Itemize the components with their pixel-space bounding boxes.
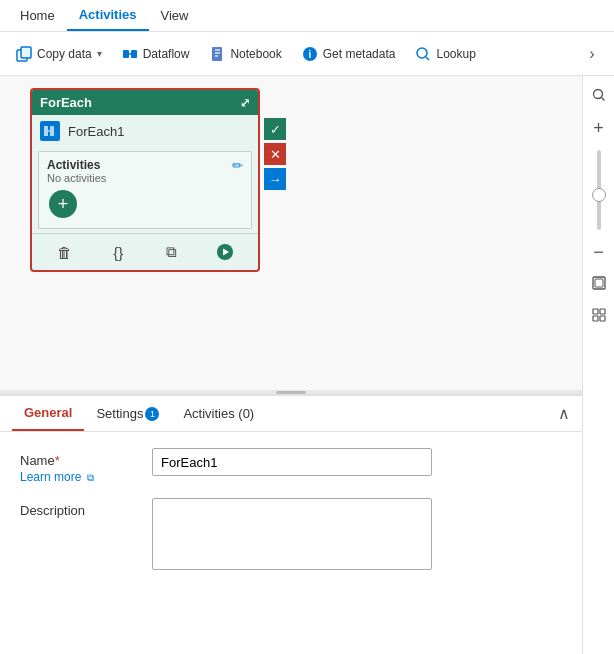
tab-settings-label: Settings bbox=[96, 406, 143, 421]
zoom-out-button[interactable]: − bbox=[585, 238, 613, 266]
nav-item-activities[interactable]: Activities bbox=[67, 0, 149, 31]
foreach-header-icons: ⤢ bbox=[240, 96, 250, 110]
canvas: ForEach ⤢ ForEach1 bbox=[0, 76, 582, 390]
main-area: ForEach ⤢ ForEach1 bbox=[0, 76, 614, 654]
side-arrow-button[interactable]: → bbox=[264, 168, 286, 190]
copy-data-label: Copy data bbox=[37, 47, 92, 61]
grid-icon bbox=[592, 308, 606, 325]
copy-data-button[interactable]: Copy data ▾ bbox=[8, 42, 110, 66]
name-input[interactable] bbox=[152, 448, 432, 476]
svg-point-11 bbox=[417, 48, 427, 58]
name-label: Name* Learn more ⧉ bbox=[20, 448, 140, 484]
search-canvas-button[interactable] bbox=[585, 82, 613, 110]
foreach-node-row: ForEach1 bbox=[32, 115, 258, 147]
activities-label: Activities bbox=[47, 158, 243, 172]
svg-text:i: i bbox=[308, 49, 311, 60]
svg-rect-1 bbox=[21, 47, 31, 58]
svg-rect-13 bbox=[44, 126, 48, 136]
svg-rect-3 bbox=[131, 50, 137, 58]
svg-line-12 bbox=[426, 57, 429, 60]
foreach-title: ForEach bbox=[40, 95, 92, 110]
notebook-label: Notebook bbox=[230, 47, 281, 61]
svg-line-19 bbox=[601, 97, 604, 100]
fit-icon bbox=[592, 276, 606, 293]
tab-activities[interactable]: Activities (0) bbox=[171, 396, 266, 431]
tab-general[interactable]: General bbox=[12, 396, 84, 431]
copy-icon bbox=[16, 46, 32, 62]
zoom-in-button[interactable]: + bbox=[585, 114, 613, 142]
svg-point-18 bbox=[593, 89, 602, 98]
search-icon bbox=[592, 88, 606, 105]
required-asterisk: * bbox=[55, 453, 60, 468]
notebook-button[interactable]: Notebook bbox=[201, 42, 289, 66]
activities-sublabel: No activities bbox=[47, 172, 243, 184]
tab-activities-label: Activities (0) bbox=[183, 406, 254, 421]
lookup-button[interactable]: Lookup bbox=[407, 42, 483, 66]
lookup-label: Lookup bbox=[436, 47, 475, 61]
zoom-handle[interactable] bbox=[592, 188, 606, 202]
external-link-icon: ⧉ bbox=[87, 472, 94, 483]
copy-button[interactable]: ⧉ bbox=[158, 238, 186, 266]
learn-more-link[interactable]: Learn more ⧉ bbox=[20, 470, 140, 484]
minus-icon: − bbox=[593, 242, 604, 263]
fit-view-button[interactable] bbox=[585, 270, 613, 298]
get-metadata-button[interactable]: i Get metadata bbox=[294, 42, 404, 66]
foreach-header: ForEach ⤢ bbox=[32, 90, 258, 115]
side-close-button[interactable]: ✕ bbox=[264, 143, 286, 165]
side-check-button[interactable]: ✓ bbox=[264, 118, 286, 140]
tab-settings[interactable]: Settings 1 bbox=[84, 396, 171, 431]
svg-rect-21 bbox=[595, 279, 603, 287]
zoom-slider[interactable] bbox=[597, 150, 601, 230]
nav-item-view[interactable]: View bbox=[149, 0, 201, 31]
svg-rect-24 bbox=[593, 316, 598, 321]
settings-badge: 1 bbox=[145, 407, 159, 421]
foreach-action-bar: 🗑 {} ⧉ bbox=[32, 233, 258, 270]
notebook-icon bbox=[209, 46, 225, 62]
svg-rect-2 bbox=[123, 50, 129, 58]
svg-rect-22 bbox=[593, 309, 598, 314]
info-icon: i bbox=[302, 46, 318, 62]
foreach-card: ForEach ⤢ ForEach1 bbox=[30, 88, 260, 272]
nav-bar: Home Activities View bbox=[0, 0, 614, 32]
dataflow-button[interactable]: Dataflow bbox=[114, 42, 198, 66]
panel-tabs: General Settings 1 Activities (0) ∧ bbox=[0, 396, 582, 432]
side-action-buttons: ✓ ✕ → bbox=[264, 118, 286, 190]
name-form-row: Name* Learn more ⧉ bbox=[20, 448, 562, 484]
description-input[interactable] bbox=[152, 498, 432, 570]
panel-collapse-button[interactable]: ∧ bbox=[558, 404, 570, 423]
nav-item-home[interactable]: Home bbox=[8, 0, 67, 31]
expand-icon[interactable]: ⤢ bbox=[240, 96, 250, 110]
foreach-node-icon bbox=[40, 121, 60, 141]
tab-general-label: General bbox=[24, 405, 72, 420]
dataflow-label: Dataflow bbox=[143, 47, 190, 61]
right-action-bar: + − bbox=[582, 76, 614, 654]
copy-data-chevron: ▾ bbox=[97, 48, 102, 59]
add-activity-button[interactable]: + bbox=[49, 190, 77, 218]
plus-icon: + bbox=[593, 118, 604, 139]
toolbar: Copy data ▾ Dataflow Notebook bbox=[0, 32, 614, 76]
delete-button[interactable]: 🗑 bbox=[51, 238, 79, 266]
activities-inner-panel: Activities No activities ✏ + bbox=[38, 151, 252, 229]
description-form-row: Description bbox=[20, 498, 562, 570]
svg-rect-25 bbox=[600, 316, 605, 321]
description-label: Description bbox=[20, 498, 140, 518]
run-button[interactable] bbox=[211, 238, 239, 266]
activities-edit-icon[interactable]: ✏ bbox=[232, 158, 243, 173]
add-icon: + bbox=[58, 194, 69, 215]
bottom-panel: General Settings 1 Activities (0) ∧ Name… bbox=[0, 394, 582, 654]
dataflow-icon bbox=[122, 46, 138, 62]
lookup-icon bbox=[415, 46, 431, 62]
foreach-node-label: ForEach1 bbox=[68, 124, 124, 139]
grid-view-button[interactable] bbox=[585, 302, 613, 330]
svg-rect-14 bbox=[50, 126, 54, 136]
svg-rect-23 bbox=[600, 309, 605, 314]
json-button[interactable]: {} bbox=[104, 238, 132, 266]
toolbar-more-button[interactable]: › bbox=[578, 40, 606, 68]
svg-rect-5 bbox=[212, 47, 222, 61]
form-area: Name* Learn more ⧉ Description bbox=[0, 432, 582, 586]
get-metadata-label: Get metadata bbox=[323, 47, 396, 61]
